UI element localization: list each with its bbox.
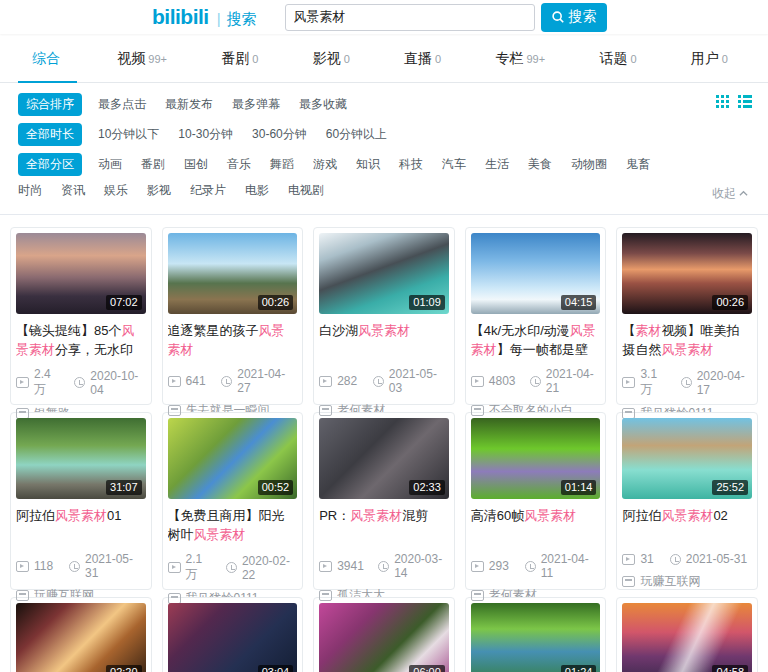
video-thumbnail[interactable]: 04:58 <box>622 603 752 672</box>
filter-option[interactable]: 最多弹幕 <box>232 96 280 113</box>
filter-option[interactable]: 游戏 <box>313 156 337 173</box>
tab[interactable]: 视频 99+ <box>103 50 181 82</box>
duration-badge: 01:14 <box>561 480 597 495</box>
search-button[interactable]: 搜索 <box>541 3 607 32</box>
filter-option[interactable]: 科技 <box>399 156 423 173</box>
upload-date: 2020-02-22 <box>242 554 297 582</box>
video-title[interactable]: 白沙湖风景素材 <box>319 321 449 359</box>
uploader-icon <box>168 405 181 416</box>
video-thumbnail[interactable]: 00:26 <box>168 233 298 314</box>
video-thumbnail[interactable]: 01:09 <box>319 233 449 314</box>
video-thumbnail[interactable]: 06:00 <box>319 603 449 672</box>
tab-label: 视频 <box>117 50 145 68</box>
tab[interactable]: 综合 <box>18 50 77 83</box>
video-thumbnail[interactable]: 01:24 <box>471 603 601 672</box>
video-title[interactable]: 【免费且商用】阳光树叶风景素材 <box>168 506 298 544</box>
video-thumbnail[interactable]: 03:04 <box>168 603 298 672</box>
video-title[interactable]: 【素材视频】唯美拍摄自然风景素材 <box>622 321 752 359</box>
collapse-link[interactable]: 收起 <box>712 185 748 202</box>
video-card[interactable]: 02:33 PR：风景素材混剪 3941 2020-03-14 孤洁大大 <box>313 412 455 590</box>
video-card[interactable]: 31:07 阿拉伯风景素材01 118 2021-05-31 玩赚互联网 <box>10 412 152 590</box>
video-card[interactable]: 00:52 【免费且商用】阳光树叶风景素材 2.1万 2020-02-22 我见… <box>162 412 304 590</box>
bilibili-logo[interactable]: bilibili | 搜索 <box>152 5 257 29</box>
upload-date: 2020-10-04 <box>90 369 145 397</box>
duration-badge: 01:09 <box>409 295 445 310</box>
filter-option[interactable]: 时尚 <box>18 182 42 199</box>
video-card[interactable]: 01:24 风景素材 <box>465 597 607 672</box>
filter-option[interactable]: 国创 <box>184 156 208 173</box>
filter-active-pill[interactable]: 全部分区 <box>18 153 82 176</box>
filter-option[interactable]: 10分钟以下 <box>98 126 159 143</box>
video-thumbnail[interactable]: 00:52 <box>168 418 298 499</box>
video-card[interactable]: 01:14 高清60帧风景素材 293 2021-04-11 老何素材 <box>465 412 607 590</box>
tab[interactable]: 话题 0 <box>585 50 650 82</box>
filter-option[interactable]: 鬼畜 <box>626 156 650 173</box>
list-view-icon[interactable] <box>738 95 752 108</box>
filter-option[interactable]: 电视剧 <box>288 182 324 199</box>
grid-view-icon[interactable] <box>716 95 729 108</box>
video-thumbnail[interactable]: 25:52 <box>622 418 752 499</box>
tab[interactable]: 直播 0 <box>390 50 455 82</box>
video-card[interactable]: 01:09 白沙湖风景素材 282 2021-05-03 老何素材 <box>313 227 455 405</box>
video-thumbnail[interactable]: 02:33 <box>319 418 449 499</box>
video-title[interactable]: PR：风景素材混剪 <box>319 506 449 544</box>
upload-date-icon <box>681 377 692 388</box>
filter-row: 全部时长 10分钟以下10-30分钟30-60分钟60分钟以上 <box>18 123 750 146</box>
filter-option[interactable]: 舞蹈 <box>270 156 294 173</box>
video-thumbnail[interactable]: 02:20 <box>16 603 146 672</box>
filter-option[interactable]: 娱乐 <box>104 182 128 199</box>
duration-badge: 02:33 <box>409 480 445 495</box>
tab[interactable]: 番剧 0 <box>207 50 272 82</box>
video-card[interactable]: 25:52 阿拉伯风景素材02 31 2021-05-31 玩赚互联网 <box>616 412 758 590</box>
video-title[interactable]: 【4k/无水印/动漫风景素材】每一帧都是壁纸（需要 <box>471 321 601 359</box>
video-thumbnail[interactable]: 00:26 <box>622 233 752 314</box>
filter-option[interactable]: 美食 <box>528 156 552 173</box>
video-card[interactable]: 07:02 【镜头提纯】85个风景素材分享，无水印无字幕/1080P 2.4万 … <box>10 227 152 405</box>
video-title[interactable]: 【镜头提纯】85个风景素材分享，无水印无字幕/1080P <box>16 321 146 359</box>
filter-option[interactable]: 纪录片 <box>190 182 226 199</box>
video-card[interactable]: 06:00 风景素材 <box>313 597 455 672</box>
upload-date-icon <box>525 561 536 572</box>
filter-option[interactable]: 生活 <box>485 156 509 173</box>
filter-option[interactable]: 最多点击 <box>98 96 146 113</box>
filter-option[interactable]: 资讯 <box>61 182 85 199</box>
video-card[interactable]: 04:58 （国漫）】需要自取（看简 <box>616 597 758 672</box>
filter-option[interactable]: 最新发布 <box>165 96 213 113</box>
video-thumbnail[interactable]: 01:14 <box>471 418 601 499</box>
filter-option[interactable]: 最多收藏 <box>299 96 347 113</box>
tab[interactable]: 用户 0 <box>677 50 742 82</box>
filter-active-pill[interactable]: 全部时长 <box>18 123 82 146</box>
video-card[interactable]: 04:15 【4k/无水印/动漫风景素材】每一帧都是壁纸（需要 4803 202… <box>465 227 607 405</box>
video-card[interactable]: 03:04 独自的成长，独自的生活，独自的走在长大的路上，会 <box>162 597 304 672</box>
duration-badge: 02:20 <box>106 665 142 672</box>
filter-option[interactable]: 影视 <box>147 182 171 199</box>
duration-badge: 04:58 <box>712 665 748 672</box>
video-title[interactable]: 高清60帧风景素材 <box>471 506 601 544</box>
filter-active-pill[interactable]: 综合排序 <box>18 93 82 116</box>
video-title[interactable]: 追逐繁星的孩子风景素材 <box>168 321 298 359</box>
video-title[interactable]: 阿拉伯风景素材02 <box>622 506 752 544</box>
filter-option[interactable]: 番剧 <box>141 156 165 173</box>
video-thumbnail[interactable]: 07:02 <box>16 233 146 314</box>
filter-option[interactable]: 60分钟以上 <box>326 126 387 143</box>
filter-option[interactable]: 动物圈 <box>571 156 607 173</box>
video-thumbnail[interactable]: 31:07 <box>16 418 146 499</box>
search-input[interactable] <box>285 4 535 31</box>
filter-option[interactable]: 汽车 <box>442 156 466 173</box>
filter-option[interactable]: 音乐 <box>227 156 251 173</box>
video-title[interactable]: 阿拉伯风景素材01 <box>16 506 146 544</box>
upload-date: 2021-04-27 <box>237 367 297 395</box>
video-card[interactable]: 02:20 可商用视频素材之唯美晨光花朵向日葵清新花卉文艺自 <box>10 597 152 672</box>
tab[interactable]: 影视 0 <box>299 50 364 82</box>
filter-option[interactable]: 10-30分钟 <box>178 126 233 143</box>
filter-option[interactable]: 电影 <box>245 182 269 199</box>
filter-option[interactable]: 知识 <box>356 156 380 173</box>
tab[interactable]: 专栏 99+ <box>481 50 559 82</box>
tab-count-badge: 99+ <box>526 53 545 65</box>
video-card[interactable]: 00:26 【素材视频】唯美拍摄自然风景素材 3.1万 2020-04-17 我… <box>616 227 758 405</box>
video-card[interactable]: 00:26 追逐繁星的孩子风景素材 641 2021-04-27 失去就是一瞬间 <box>162 227 304 405</box>
filter-option[interactable]: 30-60分钟 <box>252 126 307 143</box>
video-thumbnail[interactable]: 04:15 <box>471 233 601 314</box>
filter-option[interactable]: 动画 <box>98 156 122 173</box>
uploader-row[interactable]: 玩赚互联网 <box>622 573 752 590</box>
